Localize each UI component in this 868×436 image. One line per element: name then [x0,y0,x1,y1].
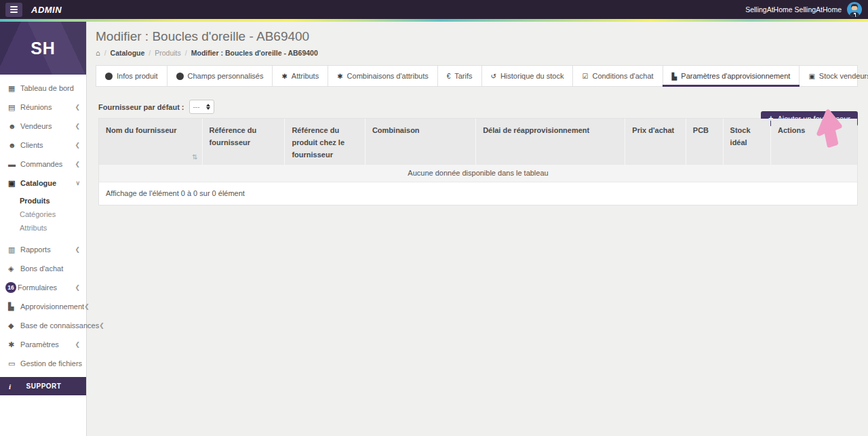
bar-chart-icon: ▥ [8,245,20,254]
breadcrumb-catalogue[interactable]: Catalogue [111,49,145,57]
col-reference-du-produit[interactable]: Référence du produit chez le fournisseur [285,119,366,165]
dashboard-icon: ▦ [8,84,20,93]
gear-icon: ✱ [281,73,287,80]
info-icon: i [176,73,184,80]
info-icon: i [105,73,113,80]
chevron-left-icon: ❮ [75,284,80,291]
suppliers-table-container: Nom du fournisseur ⇅ Référence du fourni… [98,118,858,205]
chevron-left-icon: ❮ [75,246,80,253]
factory-icon: ▙ [8,302,20,311]
sidebar-item-tableau-de-bord[interactable]: ▦ Tableau de bord [0,79,86,98]
avatar-tie [854,14,855,17]
tab-historique-du-stock[interactable]: ↺ Historique du stock [482,66,574,86]
book-icon: ▣ [8,179,20,188]
sidebar-item-parametres[interactable]: ✱ Paramètres ❮ [0,335,86,354]
tab-parametres-dapprovisionnement[interactable]: ▙ Paramètres d'approvisionnement [663,66,800,86]
breadcrumb-separator: / [149,49,151,57]
sidebar-item-rapports[interactable]: ▥ Rapports ❮ [0,240,86,259]
breadcrumb-current: Modifier : Boucles d'oreille - AB69400 [191,49,318,57]
sidebar: SH ▦ Tableau de bord ▤ Réunions ❮ ☻ Vend… [0,22,87,436]
breadcrumb: ⌂ / Catalogue / Produits / Modifier : Bo… [96,49,858,57]
tab-combinaisons-dattributs[interactable]: ✱ Combinaisons d'attributs [328,66,438,86]
sidebar-subitem-categories[interactable]: Catégories [0,207,86,221]
check-square-icon: ☑ [582,73,588,80]
tab-conditions-dachat[interactable]: ☑ Conditions d'achat [573,66,663,86]
chevron-left-icon: ❮ [75,142,80,148]
breadcrumb-separator: / [185,49,187,57]
default-supplier-label: Fournisseur par défaut : [98,103,184,111]
formulaires-count-badge: 16 [5,282,16,293]
col-delai-de-reapprovisionnement[interactable]: Délai de réapprovisionnement [476,119,625,165]
chevron-down-icon: ∨ [75,180,80,186]
sidebar-subitem-attributs[interactable]: Attributs [0,221,86,235]
sidebar-subitem-produits[interactable]: Produits [0,194,86,207]
chevron-left-icon: ❮ [75,161,80,167]
user-name[interactable]: SellingAtHome SellingAtHome [745,5,842,14]
col-pcb[interactable]: PCB [686,119,723,165]
chevron-left-icon: ❮ [75,341,80,348]
credit-card-icon: ▬ [8,160,20,168]
tab-content: Fournisseur par défaut : --- + Ajouter u… [87,100,868,205]
table-empty-row: Aucune donnée disponible dans le tableau [99,165,857,182]
chevron-left-icon: ❮ [75,123,80,130]
empty-message: Aucune donnée disponible dans le tableau [99,165,857,182]
col-prix-dachat[interactable]: Prix d'achat [625,119,686,165]
tab-attributs[interactable]: ✱ Attributs [273,66,328,86]
calendar-icon: ▤ [8,103,20,112]
col-actions[interactable]: Actions [771,119,858,165]
app-brand: ADMIN [31,5,62,15]
top-navbar: ADMIN SellingAtHome SellingAtHome [0,0,868,19]
col-stock-ideal[interactable]: Stock idéal [723,119,770,165]
users-icon: ☻ [8,141,20,149]
wrench-icon: ✱ [8,340,20,349]
sidebar-item-vendeurs[interactable]: ☻ Vendeurs ❮ [0,117,86,136]
col-combinaison[interactable]: Combinaison [365,119,475,165]
support-button[interactable]: i SUPPORT [0,377,86,395]
sidebar-item-catalogue[interactable]: ▣ Catalogue ∨ [0,174,86,193]
sidebar-item-formulaires[interactable]: 16 Formulaires ❮ [0,278,86,297]
users-icon: ☻ [8,122,20,130]
default-supplier-select[interactable]: --- [189,100,214,114]
breadcrumb-produits[interactable]: Produits [155,49,181,57]
tag-icon: ◈ [8,264,20,273]
tab-tarifs[interactable]: € Tarifs [438,66,482,86]
tab-champs-personnalises[interactable]: i Champs personnalisés [167,66,273,86]
page-title: Modifier : Boucles d'oreille - AB69400 [96,29,858,44]
graduation-cap-icon: ◆ [8,321,20,330]
sidebar-menu: ▦ Tableau de bord ▤ Réunions ❮ ☻ Vendeur… [0,75,86,373]
catalogue-submenu: Produits Catégories Attributs [0,193,86,240]
sidebar-item-bons-dachat[interactable]: ◈ Bons d'achat [0,259,86,278]
main-area: Modifier : Boucles d'oreille - AB69400 ⌂… [87,22,868,436]
euro-icon: € [447,73,451,80]
table-pagination-info: Affichage de l'élément 0 à 0 sur 0 éléme… [99,182,857,205]
sidebar-item-commandes[interactable]: ▬ Commandes ❮ [0,155,86,174]
select-spinner-icon [206,104,210,110]
tab-stock-vendeurs[interactable]: ▣ Stock vendeurs [800,66,868,86]
sidebar-item-clients[interactable]: ☻ Clients ❮ [0,136,86,155]
sort-icon[interactable]: ⇅ [192,152,197,163]
folder-icon: ▭ [8,359,20,368]
user-avatar[interactable] [847,2,862,17]
hamburger-menu-icon[interactable] [5,3,22,17]
tab-infos-produit[interactable]: i Infos produit [96,66,167,86]
chevron-left-icon: ❮ [75,104,80,111]
sidebar-item-approvisionnement[interactable]: ▙ Approvisionnement ❮ [0,297,86,316]
sidebar-item-reunions[interactable]: ▤ Réunions ❮ [0,98,86,117]
factory-icon: ▙ [672,73,677,80]
gear-icon: ✱ [337,73,342,80]
history-icon: ↺ [491,73,496,80]
suppliers-table: Nom du fournisseur ⇅ Référence du fourni… [99,119,857,182]
breadcrumb-separator: / [104,49,106,57]
avatar-face [852,6,857,10]
table-header-row: Nom du fournisseur ⇅ Référence du fourni… [99,119,857,165]
col-nom-du-fournisseur[interactable]: Nom du fournisseur ⇅ [99,119,202,165]
sidebar-item-base-de-connaissances[interactable]: ◆ Base de connaissances ❮ [0,316,86,335]
home-icon[interactable]: ⌂ [96,49,100,57]
box-icon: ▣ [808,73,814,80]
product-tabs: i Infos produit i Champs personnalisés ✱… [96,65,858,87]
chevron-left-icon: ❮ [84,303,90,310]
sidebar-logo[interactable]: SH [0,22,86,75]
accent-gradient-bar [0,19,868,22]
col-reference-du-fournisseur[interactable]: Référence du fournisseur [202,119,285,165]
sidebar-item-gestion-de-fichiers[interactable]: ▭ Gestion de fichiers [0,354,86,373]
